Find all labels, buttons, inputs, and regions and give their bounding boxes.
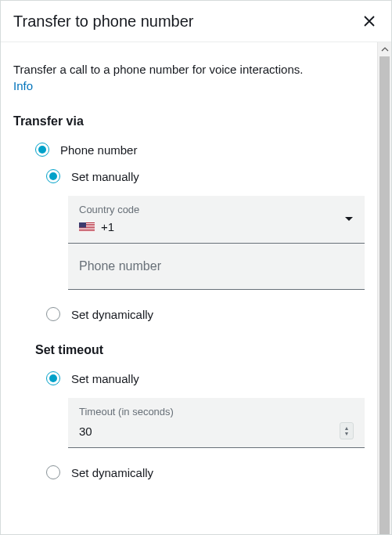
radio-label-manual-timeout: Set manually [71,372,139,385]
dialog-header: Transfer to phone number [1,1,391,42]
transfer-dialog: Transfer to phone number Transfer a call… [0,0,392,535]
phone-number-input[interactable] [68,244,365,290]
timeout-input[interactable] [79,425,340,438]
scrollbar[interactable] [377,42,391,534]
svg-rect-6 [79,231,95,232]
svg-rect-7 [79,222,86,228]
timeout-input-block: Timeout (in seconds) ▲ ▼ [68,398,365,448]
chevron-up-icon [381,47,389,52]
close-button[interactable] [360,12,379,31]
radio-input-phone[interactable] [35,143,49,157]
stepper-down-icon: ▼ [344,431,350,436]
dialog-body: Transfer a call to a phone number for vo… [1,42,377,534]
radio-set-manually-phone[interactable]: Set manually [46,169,365,183]
radio-set-dynamically-phone[interactable]: Set dynamically [46,307,365,321]
radio-set-dynamically-timeout[interactable]: Set dynamically [46,465,365,479]
dialog-description: Transfer a call to a phone number for vo… [13,61,365,78]
radio-input-manual-timeout[interactable] [46,371,60,385]
country-code-select[interactable]: Country code [68,196,365,244]
chevron-down-icon [344,216,354,222]
phone-input-block: Country code [68,196,365,290]
radio-set-manually-timeout[interactable]: Set manually [46,371,365,385]
scroll-thumb[interactable] [379,56,390,534]
stepper-up-icon: ▲ [344,425,350,431]
radio-input-dynamic-phone[interactable] [46,307,60,321]
country-code-row: +1 [79,220,354,233]
radio-phone-number[interactable]: Phone number [35,143,365,157]
radio-label-dynamic-timeout: Set dynamically [71,466,153,479]
info-link[interactable]: Info [13,79,33,92]
radio-input-dynamic-timeout[interactable] [46,465,60,479]
radio-label-dynamic-phone: Set dynamically [71,308,153,321]
number-stepper[interactable]: ▲ ▼ [340,422,354,439]
close-icon [363,15,376,27]
radio-label-manual-phone: Set manually [71,170,139,183]
country-code-value: +1 [101,220,114,233]
scroll-up-arrow[interactable] [378,42,392,56]
dialog-title: Transfer to phone number [13,13,194,31]
transfer-via-heading: Transfer via [13,114,365,128]
country-code-label: Country code [79,204,354,215]
dialog-body-wrapper: Transfer a call to a phone number for vo… [1,42,391,534]
radio-label-phone: Phone number [60,143,137,157]
us-flag-icon [79,222,95,232]
scroll-track[interactable] [378,56,391,534]
svg-rect-5 [79,230,95,230]
radio-input-manual-phone[interactable] [46,169,60,183]
timeout-input-row: ▲ ▼ [79,422,354,439]
timeout-heading: Set timeout [35,343,365,357]
svg-rect-4 [79,228,95,229]
timeout-field[interactable]: Timeout (in seconds) ▲ ▼ [68,398,365,448]
timeout-label: Timeout (in seconds) [79,406,354,418]
